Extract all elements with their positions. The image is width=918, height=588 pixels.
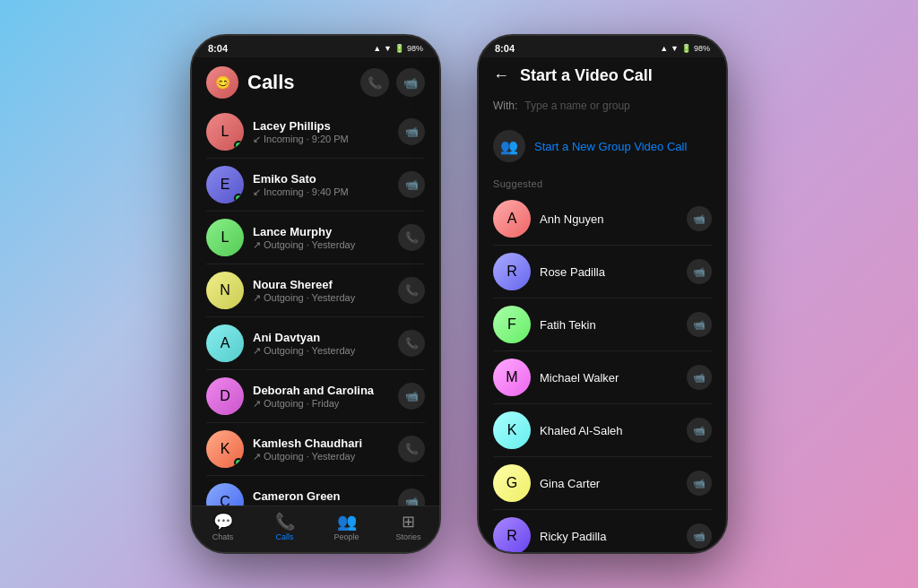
call-item-2[interactable]: L Lance Murphy ↗ Outgoing · Yesterday 📞 [192,212,439,264]
avatar-anh: A [493,200,531,238]
bottom-nav: 💬 Chats 📞 Calls 👥 People ⊞ Stories [192,506,439,552]
avatar-rose: R [493,253,531,290]
call-item-0[interactable]: L Lacey Phillips ↙ Incoming · 9:20 PM 📹 [192,106,439,158]
avatar-cameron: C [206,483,244,506]
back-button[interactable]: ← [493,66,509,85]
call-info-4: Ani Davtyan ↗ Outgoing · Yesterday [253,331,389,357]
wifi-icon: ▼ [384,44,392,53]
video-btn-4[interactable]: 📹 [687,418,712,443]
suggested-item-2[interactable]: F Fatih Tekin 📹 [479,298,726,350]
avatar-emiko: E [206,166,244,203]
contact-name-5: Deborah and Carolina [253,384,389,397]
avatar-gina: G [493,464,531,502]
contact-name-6: Kamlesh Chaudhari [253,437,389,450]
left-phone: 8:04 ▲ ▼ 🔋 98% 😊 Calls 📞 📹 L [190,34,441,554]
nav-chats[interactable]: 💬 Chats [192,514,254,541]
video-call-title: Start a Video Call [520,66,653,85]
call-item-4[interactable]: A Ani Davtyan ↗ Outgoing · Yesterday 📞 [192,317,439,369]
call-dir-1: ↙ [253,186,261,198]
call-meta-1: ↙ Incoming · 9:40 PM [253,186,389,198]
wifi-icon-r: ▼ [671,44,679,53]
video-btn-5[interactable]: 📹 [687,471,712,496]
nav-calls[interactable]: 📞 Calls [254,514,316,541]
calls-header-actions: 📞 📹 [360,68,425,97]
nav-chats-label: Chats [212,532,234,541]
contact-name-3: Noura Shereef [253,278,389,291]
nav-people[interactable]: 👥 People [316,514,377,541]
avatar-michael: M [493,359,531,396]
suggested-section-label: Suggested [479,171,726,193]
suggested-item-6[interactable]: R Ricky Padilla 📹 [479,510,726,552]
call-action-4[interactable]: 📞 [398,330,425,357]
with-row: With: Type a name or group [479,92,726,121]
call-action-3[interactable]: 📞 [398,277,425,304]
status-time-left: 8:04 [208,43,228,54]
avatar-fatih: F [493,306,531,343]
search-input-placeholder[interactable]: Type a name or group [524,99,629,112]
suggested-name-3: Michael Walker [540,371,678,385]
video-call-button[interactable]: 📹 [396,68,425,97]
contact-name-2: Lance Murphy [253,225,389,238]
call-item-5[interactable]: D Deborah and Carolina ↗ Outgoing · Frid… [192,370,439,422]
call-item-6[interactable]: K Kamlesh Chaudhari ↗ Outgoing · Yesterd… [192,423,439,475]
video-btn-2[interactable]: 📹 [687,312,712,337]
video-btn-3[interactable]: 📹 [687,365,712,390]
calls-icon: 📞 [275,514,295,530]
calls-title-text: Calls [247,71,295,94]
suggested-item-0[interactable]: A Anh Nguyen 📹 [479,193,726,245]
suggested-name-0: Anh Nguyen [540,212,678,226]
nav-stories-label: Stories [395,532,420,541]
call-info-2: Lance Murphy ↗ Outgoing · Yesterday [253,225,389,251]
calls-avatar: 😊 [206,66,238,99]
call-item-7[interactable]: C Cameron Green ↗ Outgoing · Yesterday 📹 [192,476,439,506]
video-btn-6[interactable]: 📹 [687,523,712,549]
signal-icon-r: ▲ [660,44,668,53]
suggested-item-1[interactable]: R Rose Padilla 📹 [479,246,726,298]
call-action-5[interactable]: 📹 [398,383,425,410]
video-btn-1[interactable]: 📹 [687,259,712,284]
status-time-right: 8:04 [495,43,515,54]
call-action-0[interactable]: 📹 [398,118,425,145]
suggested-item-3[interactable]: M Michael Walker 📹 [479,351,726,403]
group-video-label: Start a New Group Video Call [534,140,687,153]
contact-name-4: Ani Davtyan [253,331,389,344]
avatar-lance: L [206,219,244,256]
suggested-item-4[interactable]: K Khaled Al-Saleh 📹 [479,404,726,456]
call-item-3[interactable]: N Noura Shereef ↗ Outgoing · Yesterday 📞 [192,264,439,316]
video-btn-0[interactable]: 📹 [687,206,712,231]
avatar-lacey: L [206,113,244,151]
people-icon: 👥 [337,514,357,530]
call-item-1[interactable]: E Emiko Sato ↙ Incoming · 9:40 PM 📹 [192,159,439,211]
call-dir-6: ↗ [253,451,261,463]
battery-pct-left: 98% [407,44,423,53]
avatar-ricky: R [493,517,531,552]
call-info-1: Emiko Sato ↙ Incoming · 9:40 PM [253,172,389,198]
avatar-noura: N [206,272,244,309]
call-meta-0: ↙ Incoming · 9:20 PM [253,134,389,145]
suggested-name-4: Khaled Al-Saleh [540,424,678,437]
phone-call-button[interactable]: 📞 [360,68,389,97]
call-dir-2: ↗ [253,239,261,251]
call-action-7[interactable]: 📹 [398,489,425,506]
battery-icon-r: 🔋 [681,44,691,53]
calls-list: L Lacey Phillips ↙ Incoming · 9:20 PM 📹 … [192,106,439,506]
nav-stories[interactable]: ⊞ Stories [377,514,439,541]
calls-header: 😊 Calls 📞 📹 [192,57,439,106]
call-dir-3: ↗ [253,292,261,304]
suggested-name-1: Rose Padilla [540,265,678,279]
call-action-1[interactable]: 📹 [398,171,425,198]
video-call-header: ← Start a Video Call [479,57,726,92]
suggested-list: A Anh Nguyen 📹 R Rose Padilla 📹 F Fatih … [479,193,726,552]
call-action-2[interactable]: 📞 [398,224,425,251]
start-group-video-button[interactable]: 👥 Start a New Group Video Call [479,121,726,171]
chats-icon: 💬 [213,514,233,530]
call-meta-6: ↗ Outgoing · Yesterday [253,451,389,463]
call-info-7: Cameron Green ↗ Outgoing · Yesterday [253,489,389,506]
nav-people-label: People [333,532,359,541]
suggested-item-5[interactable]: G Gina Carter 📹 [479,457,726,509]
online-indicator-1 [234,194,243,203]
call-action-6[interactable]: 📞 [398,436,425,463]
avatar-khaled: K [493,411,531,449]
status-icons-left: ▲ ▼ 🔋 98% [373,44,423,53]
right-phone: 8:04 ▲ ▼ 🔋 98% ← Start a Video Call With… [477,34,728,554]
